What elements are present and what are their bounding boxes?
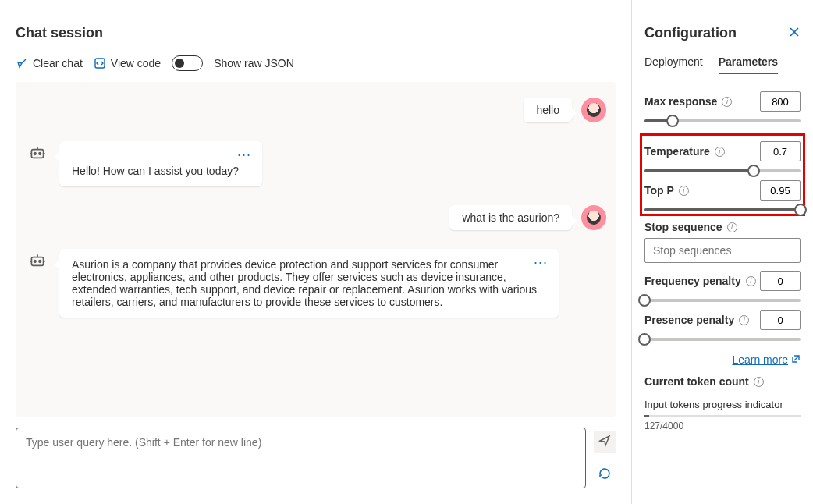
info-icon[interactable]: i — [715, 147, 725, 157]
user-avatar-icon — [581, 205, 606, 230]
presence-penalty-input[interactable] — [760, 310, 801, 330]
close-icon — [788, 28, 801, 41]
regenerate-button[interactable] — [594, 463, 616, 485]
show-raw-json-toggle[interactable] — [172, 55, 203, 71]
user-message-bubble: hello — [524, 98, 572, 122]
message-menu-icon[interactable]: ··· — [237, 147, 251, 161]
message-row-bot: ··· Hello! How can I assist you today? — [25, 141, 606, 186]
param-temperature: Temperature i — [644, 141, 801, 172]
chat-session-title: Chat session — [16, 25, 616, 41]
bot-avatar-icon — [25, 249, 50, 274]
user-message-bubble: what is the asurion? — [449, 205, 572, 230]
max-response-label: Max response — [644, 95, 717, 108]
clear-chat-label: Clear chat — [33, 57, 83, 69]
frequency-penalty-slider[interactable] — [644, 299, 801, 302]
learn-more-link[interactable]: Learn more — [732, 353, 801, 366]
top-p-slider[interactable] — [644, 208, 801, 211]
send-button[interactable] — [594, 431, 616, 453]
param-frequency-penalty: Frequency penalty i — [644, 271, 801, 302]
temperature-slider[interactable] — [644, 169, 801, 172]
svg-point-2 — [34, 153, 36, 155]
view-code-label: View code — [111, 57, 161, 69]
info-icon[interactable]: i — [679, 186, 689, 196]
param-top-p: Top P i — [644, 180, 801, 211]
message-row-user: hello — [25, 98, 606, 122]
message-text: what is the asurion? — [462, 211, 559, 224]
code-icon — [94, 57, 106, 69]
frequency-penalty-input[interactable] — [760, 271, 801, 291]
param-presence-penalty: Presence penalty i — [644, 310, 801, 341]
bot-avatar-icon — [25, 141, 50, 166]
learn-more-label: Learn more — [732, 353, 788, 366]
chat-pane: Chat session Clear chat View code — [0, 0, 632, 504]
configuration-title: Configuration — [644, 25, 737, 41]
info-icon[interactable]: i — [727, 222, 737, 232]
top-p-input[interactable] — [760, 180, 801, 201]
user-avatar-icon — [581, 98, 606, 122]
info-icon[interactable]: i — [746, 276, 756, 286]
info-icon[interactable]: i — [754, 377, 764, 387]
message-text: hello — [536, 104, 559, 116]
show-raw-json-label: Show raw JSON — [214, 57, 294, 69]
clear-chat-button[interactable]: Clear chat — [16, 57, 83, 69]
send-icon — [598, 435, 611, 449]
presence-penalty-label: Presence penalty — [644, 314, 734, 326]
top-p-label: Top P — [644, 184, 674, 197]
info-icon[interactable]: i — [739, 315, 749, 325]
message-text: Hello! How can I assist you today? — [72, 165, 239, 177]
param-stop-sequence: Stop sequence i — [644, 221, 801, 263]
stop-sequence-input[interactable] — [644, 238, 801, 263]
input-actions — [594, 428, 616, 488]
token-progress-bar — [644, 415, 801, 417]
svg-point-6 — [39, 261, 41, 263]
view-code-button[interactable]: View code — [94, 57, 161, 69]
message-row-user: what is the asurion? — [25, 205, 606, 230]
stop-sequence-label: Stop sequence — [644, 221, 722, 233]
token-count-label: Current token count i — [644, 375, 801, 388]
refresh-icon — [597, 466, 612, 484]
message-text: Asurion is a company that provides devic… — [72, 258, 537, 308]
user-query-input[interactable] — [16, 428, 586, 488]
tab-parameters[interactable]: Parameters — [719, 55, 778, 74]
svg-point-3 — [39, 153, 41, 155]
token-progress-label: Input tokens progress indicator — [644, 399, 801, 410]
info-icon[interactable]: i — [722, 97, 732, 107]
temperature-label: Temperature — [644, 145, 710, 158]
frequency-penalty-label: Frequency penalty — [644, 275, 741, 287]
message-menu-icon[interactable]: ··· — [534, 255, 548, 269]
presence-penalty-slider[interactable] — [644, 338, 801, 341]
chat-body: hello ··· Hello! How can I assist you t — [16, 82, 616, 417]
config-tabs: Deployment Parameters — [644, 55, 801, 74]
configuration-pane: Configuration Deployment Parameters Max … — [632, 0, 813, 504]
chat-toolbar: Clear chat View code Show raw JSON — [16, 55, 616, 71]
bot-message-bubble: ··· Asurion is a company that provides d… — [59, 249, 559, 318]
param-max-response: Max response i — [644, 91, 801, 122]
input-row — [16, 428, 616, 488]
max-response-slider[interactable] — [644, 119, 801, 122]
tab-deployment[interactable]: Deployment — [644, 55, 703, 74]
temperature-input[interactable] — [760, 141, 801, 161]
close-button[interactable] — [788, 26, 801, 41]
token-count-value: 127/4000 — [644, 421, 801, 431]
max-response-input[interactable] — [760, 91, 801, 112]
message-row-bot: ··· Asurion is a company that provides d… — [25, 249, 606, 318]
broom-icon — [16, 57, 28, 69]
svg-point-5 — [34, 261, 36, 263]
external-link-icon — [791, 353, 801, 366]
bot-message-bubble: ··· Hello! How can I assist you today? — [59, 141, 262, 186]
